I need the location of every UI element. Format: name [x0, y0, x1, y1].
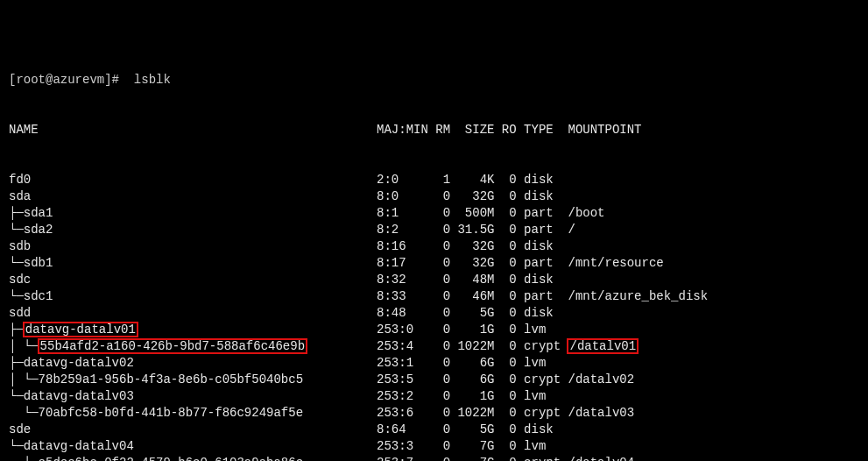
cell-majmin: 2:0 — [377, 172, 428, 188]
cell-type: crypt — [524, 338, 568, 355]
cell-rm: 0 — [428, 288, 450, 305]
cell-majmin: 253:4 — [377, 338, 428, 355]
table-row: sdc 8:32048M0 disk — [9, 272, 859, 288]
cell-majmin: 253:3 — [377, 438, 428, 455]
table-row: sdd 8:4805G0 disk — [9, 305, 859, 322]
table-row: └─datavg-datalv03 253:201G0 lvm — [9, 388, 859, 405]
cell-ro: 0 — [494, 255, 516, 272]
cell-size: 1G — [450, 322, 494, 338]
cell-mount: /datalv01 — [568, 338, 638, 355]
cell-type: lvm — [524, 438, 568, 455]
cell-ro: 0 — [494, 205, 516, 222]
hdr-majmin: MAJ:MIN — [377, 122, 428, 138]
cell-name: └─e5dee6bc-0f22-4579-b6c0-6103a9aba86c — [9, 455, 377, 461]
table-row: ├─datavg-datalv02 253:106G0 lvm — [9, 355, 859, 372]
cell-rm: 0 — [428, 322, 450, 338]
cell-rm: 0 — [428, 405, 450, 422]
cell-name: fd0 — [9, 172, 377, 188]
cell-ro: 0 — [494, 222, 516, 238]
cell-size: 4K — [450, 172, 494, 188]
cell-majmin: 8:64 — [377, 422, 428, 438]
cell-type: disk — [524, 305, 568, 322]
cell-mount: /boot — [568, 205, 604, 222]
cell-ro: 0 — [494, 455, 516, 461]
cell-ro: 0 — [494, 422, 516, 438]
cell-type: crypt — [524, 455, 568, 461]
cell-rm: 0 — [428, 305, 450, 322]
cell-size: 1G — [450, 388, 494, 405]
cell-rm: 0 — [428, 238, 450, 255]
cell-ro: 0 — [494, 272, 516, 288]
cell-type: disk — [524, 422, 568, 438]
cell-type: part — [524, 288, 568, 305]
cell-majmin: 8:1 — [377, 205, 428, 222]
cell-majmin: 8:16 — [377, 238, 428, 255]
cell-size: 48M — [450, 272, 494, 288]
table-row: └─70abfc58-b0fd-441b-8b77-f86c9249af5e 2… — [9, 405, 859, 422]
cell-mount: /datalv03 — [568, 405, 634, 422]
hdr-mount: MOUNTPOINT — [568, 122, 641, 138]
cell-rm: 0 — [428, 272, 450, 288]
cell-type: lvm — [524, 355, 568, 372]
cell-size: 7G — [450, 455, 494, 461]
cell-ro: 0 — [494, 372, 516, 388]
highlight-name: datavg-datalv01 — [24, 323, 138, 337]
hdr-name: NAME — [9, 122, 377, 138]
cell-type: disk — [524, 238, 568, 255]
cell-type: disk — [524, 272, 568, 288]
cell-size: 32G — [450, 238, 494, 255]
hdr-rm: RM — [428, 122, 450, 138]
cell-name: └─70abfc58-b0fd-441b-8b77-f86c9249af5e — [9, 405, 377, 422]
cell-name: sdb — [9, 238, 377, 255]
cell-mount: / — [568, 222, 575, 238]
cell-ro: 0 — [494, 238, 516, 255]
cell-rm: 0 — [428, 355, 450, 372]
cell-size: 500M — [450, 205, 494, 222]
cell-ro: 0 — [494, 355, 516, 372]
cell-majmin: 253:1 — [377, 355, 428, 372]
cell-majmin: 253:0 — [377, 322, 428, 338]
cell-name: └─datavg-datalv03 — [9, 388, 377, 405]
cell-type: lvm — [524, 388, 568, 405]
cell-rm: 1 — [428, 172, 450, 188]
cell-ro: 0 — [494, 338, 516, 355]
hdr-size: SIZE — [450, 122, 494, 138]
cell-rm: 0 — [428, 338, 450, 355]
cell-size: 46M — [450, 288, 494, 305]
table-row: ├─sda1 8:10500M0 part /boot — [9, 205, 859, 222]
cell-rm: 0 — [428, 455, 450, 461]
table-row: └─sdb1 8:17032G0 part /mnt/resource — [9, 255, 859, 272]
table-row: └─datavg-datalv04 253:307G0 lvm — [9, 438, 859, 455]
cell-name: ├─sda1 — [9, 205, 377, 222]
cell-size: 1022M — [450, 405, 494, 422]
cell-ro: 0 — [494, 188, 516, 205]
cell-name: │ └─78b259a1-956b-4f3a-8e6b-c05bf5040bc5 — [9, 372, 377, 388]
cell-size: 7G — [450, 438, 494, 455]
table-row: └─e5dee6bc-0f22-4579-b6c0-6103a9aba86c 2… — [9, 455, 859, 461]
cell-majmin: 253:7 — [377, 455, 428, 461]
cell-ro: 0 — [494, 438, 516, 455]
cell-majmin: 8:2 — [377, 222, 428, 238]
hdr-type: TYPE — [524, 122, 568, 138]
cell-majmin: 8:0 — [377, 188, 428, 205]
cell-rm: 0 — [428, 438, 450, 455]
cell-mount: /datalv04 — [568, 455, 634, 461]
cell-size: 32G — [450, 188, 494, 205]
cell-ro: 0 — [494, 405, 516, 422]
cell-type: crypt — [524, 405, 568, 422]
cell-ro: 0 — [494, 172, 516, 188]
cell-size: 6G — [450, 372, 494, 388]
table-row: │ └─78b259a1-956b-4f3a-8e6b-c05bf5040bc5… — [9, 372, 859, 388]
cell-name: └─sdc1 — [9, 288, 377, 305]
table-row: sdb 8:16032G0 disk — [9, 238, 859, 255]
cell-rm: 0 — [428, 255, 450, 272]
cell-type: crypt — [524, 372, 568, 388]
cell-type: part — [524, 255, 568, 272]
cell-name: ├─datavg-datalv01 — [9, 322, 377, 338]
hdr-ro: RO — [494, 122, 516, 138]
lsblk-output: fd0 2:014K0 disk sda 8:0032G0 disk ├─sda… — [9, 172, 859, 461]
cell-name: sdc — [9, 272, 377, 288]
cell-size: 6G — [450, 355, 494, 372]
cell-size: 31.5G — [450, 222, 494, 238]
cell-mount: /mnt/azure_bek_disk — [568, 288, 708, 305]
